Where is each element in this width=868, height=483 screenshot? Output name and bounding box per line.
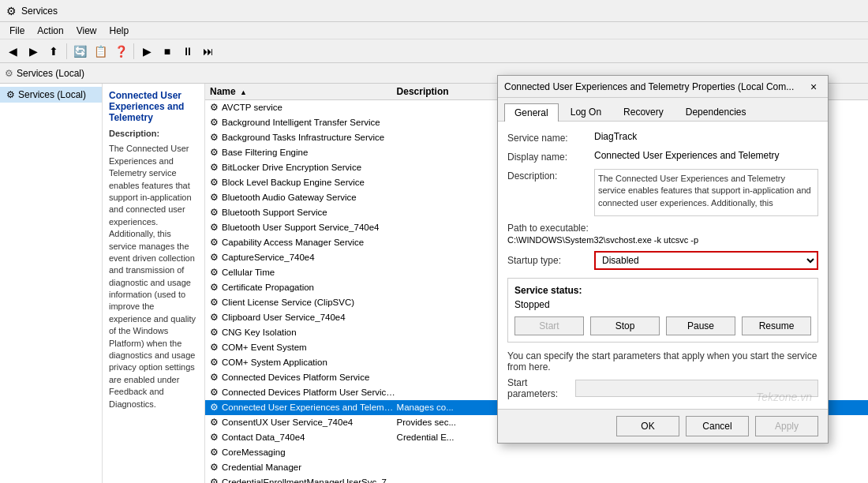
sidebar-item-services-local[interactable]: ⚙ Services (Local)	[0, 87, 102, 103]
service-icon: ⚙	[210, 357, 219, 368]
service-name-label: Service name:	[507, 131, 594, 144]
service-icon: ⚙	[210, 207, 219, 218]
menu-action[interactable]: Action	[31, 24, 69, 38]
startup-row: Startup type: Disabled Automatic Automat…	[507, 251, 818, 270]
service-icon: ⚙	[210, 312, 219, 323]
dialog-title-bar: Connected User Experiences and Telemetry…	[498, 76, 828, 98]
description-label: Description:	[507, 169, 594, 182]
service-name-cell: ⚙COM+ System Application	[210, 357, 397, 368]
sidebar-icon: ⚙	[6, 89, 15, 100]
dialog-footer: OK Cancel Apply	[498, 409, 828, 443]
service-icon: ⚙	[210, 102, 219, 113]
service-icon: ⚙	[210, 117, 219, 128]
service-name-cell: ⚙Block Level Backup Engine Service	[210, 177, 397, 188]
service-name-cell: ⚙Client License Service (ClipSVC)	[210, 297, 397, 308]
status-header: Service status:	[514, 285, 811, 296]
toolbar-export[interactable]: 📋	[91, 42, 110, 61]
toolbar-forward[interactable]: ▶	[24, 42, 43, 61]
menu-help[interactable]: Help	[103, 24, 136, 38]
description-field: Description: The Connected User Experien…	[507, 169, 818, 216]
ok-button[interactable]: OK	[616, 416, 679, 436]
status-value: Stopped	[514, 299, 811, 310]
service-icon: ⚙	[210, 297, 219, 308]
menu-file[interactable]: File	[3, 24, 31, 38]
toolbar-help[interactable]: ❓	[111, 42, 130, 61]
tab-dependencies[interactable]: Dependencies	[675, 103, 757, 121]
apply-button[interactable]: Apply	[755, 416, 818, 436]
service-name-cell: ⚙Capability Access Manager Service	[210, 237, 397, 248]
path-value: C:\WINDOWS\System32\svchost.exe -k utcsv…	[507, 235, 818, 245]
toolbar-up[interactable]: ⬆	[44, 42, 63, 61]
service-name-cell: ⚙Bluetooth Audio Gateway Service	[210, 192, 397, 203]
dialog-tabs: General Log On Recovery Dependencies	[498, 98, 828, 122]
menu-bar: File Action View Help	[0, 22, 868, 39]
tab-recovery[interactable]: Recovery	[613, 103, 674, 121]
properties-dialog[interactable]: Connected User Experiences and Telemetry…	[497, 75, 829, 444]
tab-general[interactable]: General	[504, 103, 559, 122]
service-icon: ⚙	[210, 477, 219, 483]
display-name-label: Display name:	[507, 150, 594, 163]
toolbar-pause[interactable]: ⏸	[178, 42, 197, 61]
service-icon: ⚙	[210, 192, 219, 203]
start-params-label: Start parameters:	[507, 377, 575, 399]
display-name-field: Display name: Connected User Experiences…	[507, 150, 818, 163]
startup-select[interactable]: Disabled Automatic Automatic (Delayed St…	[594, 251, 818, 270]
menu-view[interactable]: View	[70, 24, 103, 38]
service-icon: ⚙	[210, 132, 219, 143]
app-title: Services	[21, 6, 58, 17]
service-icon: ⚙	[210, 162, 219, 173]
service-name-cell: ⚙AVCTP service	[210, 102, 397, 113]
service-name-cell: ⚙Connected Devices Platform Service	[210, 372, 397, 383]
pause-button[interactable]: Pause	[666, 316, 735, 335]
toolbar-restart[interactable]: ⏭	[199, 42, 218, 61]
service-icon: ⚙	[210, 387, 219, 398]
address-icon: ⚙	[5, 68, 13, 79]
service-icon: ⚙	[210, 402, 219, 413]
dialog-close-button[interactable]: ×	[806, 79, 821, 95]
toolbar-play[interactable]: ▶	[137, 42, 156, 61]
service-icon: ⚙	[210, 177, 219, 188]
desc-title: Connected User Experiences and Telemetry	[109, 90, 198, 123]
sidebar-label: Services (Local)	[18, 89, 86, 100]
service-name-cell: ⚙CredentialEnrollmentManagerUserSvc_740e…	[210, 477, 397, 483]
description-box[interactable]: The Connected User Experiences and Telem…	[594, 169, 818, 216]
toolbar-sep2	[133, 43, 134, 59]
title-bar: ⚙ Services	[0, 0, 868, 22]
service-name-cell: ⚙COM+ Event System	[210, 342, 397, 353]
service-name-cell: ⚙ConsentUX User Service_740e4	[210, 417, 397, 428]
table-row[interactable]: ⚙CredentialEnrollmentManagerUserSvc_740e…	[205, 475, 868, 483]
toolbar: ◀ ▶ ⬆ 🔄 📋 ❓ ▶ ■ ⏸ ⏭	[0, 39, 868, 63]
service-icon: ⚙	[210, 222, 219, 233]
resume-button[interactable]: Resume	[742, 316, 811, 335]
service-icon: ⚙	[210, 327, 219, 338]
status-buttons: Start Stop Pause Resume	[514, 316, 811, 335]
toolbar-back[interactable]: ◀	[3, 42, 22, 61]
service-icon: ⚙	[210, 342, 219, 353]
table-row[interactable]: ⚙CoreMessaging	[205, 445, 868, 460]
start-params-desc: You can specify the start parameters tha…	[507, 350, 818, 373]
service-icon: ⚙	[210, 237, 219, 248]
service-name-cell: ⚙Credential Manager	[210, 462, 397, 473]
address-text: Services (Local)	[17, 68, 84, 79]
service-icon: ⚙	[210, 447, 219, 458]
start-button[interactable]: Start	[514, 316, 584, 335]
path-field: Path to executable: C:\WINDOWS\System32\…	[507, 223, 818, 245]
service-icon: ⚙	[210, 252, 219, 263]
service-name-cell: ⚙Connected Devices Platform User Service…	[210, 387, 397, 398]
service-name-cell: ⚙CNG Key Isolation	[210, 327, 397, 338]
service-icon: ⚙	[210, 417, 219, 428]
col-header-name[interactable]: Name ▲	[210, 86, 397, 97]
toolbar-refresh[interactable]: 🔄	[70, 42, 89, 61]
toolbar-stop[interactable]: ■	[158, 42, 177, 61]
tab-logon[interactable]: Log On	[560, 103, 612, 121]
service-name-cell: ⚙Cellular Time	[210, 267, 397, 278]
service-icon: ⚙	[210, 462, 219, 473]
service-icon: ⚙	[210, 282, 219, 293]
desc-text: The Connected User Experiences and Telem…	[109, 143, 198, 410]
service-name-cell: ⚙Background Intelligent Transfer Service	[210, 117, 397, 128]
service-name-value: DiagTrack	[594, 131, 818, 142]
stop-button[interactable]: Stop	[590, 316, 660, 335]
cancel-button[interactable]: Cancel	[686, 416, 749, 436]
table-row[interactable]: ⚙Credential Manager	[205, 460, 868, 475]
service-icon: ⚙	[210, 147, 219, 158]
